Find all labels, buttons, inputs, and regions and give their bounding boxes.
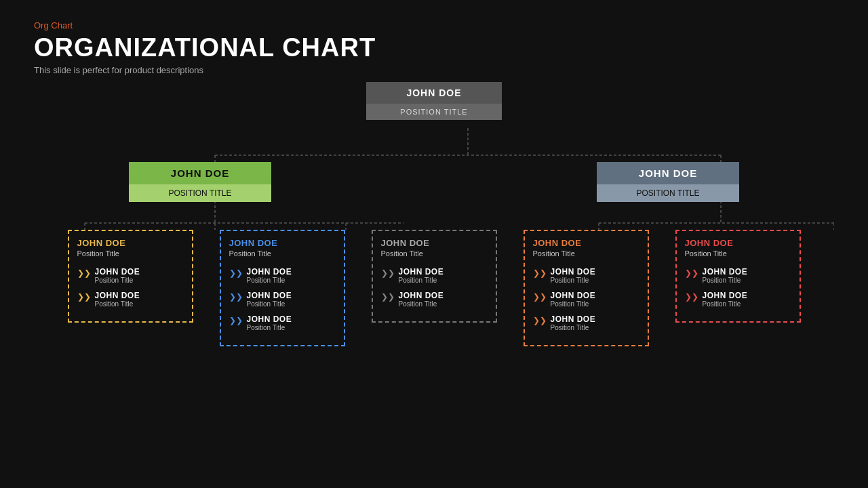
sub-name: JOHN DOE — [551, 267, 596, 277]
l3-group-5: JOHN DOE Position Title ❯❯ JOHN DOE Posi… — [675, 230, 801, 346]
arrow-icon: ❯❯ — [229, 316, 243, 325]
l3-card-4-title: Position Title — [533, 249, 639, 258]
sub-title: Position Title — [551, 324, 596, 331]
sub-title: Position Title — [399, 277, 444, 284]
l3-1-sub-2: ❯❯ JOHN DOE Position Title — [77, 291, 184, 308]
subtitle: Org Chart — [34, 20, 834, 30]
arrow-icon: ❯❯ — [381, 292, 395, 302]
sub-title: Position Title — [95, 300, 140, 308]
sub-name: JOHN DOE — [399, 267, 444, 277]
sub-name: JOHN DOE — [399, 291, 444, 300]
arrow-icon: ❯❯ — [77, 268, 91, 278]
l3-4-sub-2: ❯❯ JOHN DOE Position Title — [533, 291, 639, 308]
l3-5-sub-1: ❯❯ JOHN DOE Position Title — [685, 267, 791, 284]
root-node: JOHN DOE POSITION TITLE — [366, 82, 502, 120]
root-name: JOHN DOE — [366, 82, 502, 104]
l3-card-5-name: JOHN DOE — [685, 238, 791, 248]
l3-3-sub-2: ❯❯ JOHN DOE Position Title — [381, 291, 488, 308]
l3-card-3-title: Position Title — [381, 249, 488, 258]
header: Org Chart ORGANIZATIONAL CHART This slid… — [34, 20, 834, 75]
l3-4-sub-3: ❯❯ JOHN DOE Position Title — [533, 314, 639, 331]
sub-name: JOHN DOE — [247, 314, 292, 324]
sub-title: Position Title — [551, 300, 596, 308]
l3-3-sub-1: ❯❯ JOHN DOE Position Title — [381, 267, 488, 284]
slide: Org Chart ORGANIZATIONAL CHART This slid… — [0, 0, 868, 488]
l3-group-2: JOHN DOE Position Title ❯❯ JOHN DOE Posi… — [220, 230, 345, 346]
sub-title: Position Title — [247, 300, 292, 308]
l3-card-5-title: Position Title — [685, 249, 791, 258]
arrow-icon: ❯❯ — [229, 292, 243, 302]
sub-name: JOHN DOE — [551, 314, 596, 324]
sub-name: JOHN DOE — [95, 267, 140, 277]
l3-4-sub-1: ❯❯ JOHN DOE Position Title — [533, 267, 639, 284]
arrow-icon: ❯❯ — [381, 268, 395, 278]
level2-node-right: JOHN DOE POSITION TITLE — [597, 162, 739, 202]
l3-card-1: JOHN DOE Position Title ❯❯ JOHN DOE Posi… — [68, 230, 193, 323]
sub-name: JOHN DOE — [551, 291, 596, 300]
sub-title: Position Title — [703, 300, 748, 308]
l3-card-2: JOHN DOE Position Title ❯❯ JOHN DOE Posi… — [220, 230, 345, 346]
l3-card-1-title: Position Title — [77, 249, 184, 258]
arrow-icon: ❯❯ — [533, 316, 547, 325]
arrow-icon: ❯❯ — [533, 268, 547, 278]
l3-group-1: JOHN DOE Position Title ❯❯ JOHN DOE Posi… — [68, 230, 193, 346]
arrow-icon: ❯❯ — [77, 292, 91, 302]
l3-2-sub-2: ❯❯ JOHN DOE Position Title — [229, 291, 336, 308]
sub-title: Position Title — [399, 300, 444, 308]
sub-title: Position Title — [247, 277, 292, 284]
l3-card-4: JOHN DOE Position Title ❯❯ JOHN DOE Posi… — [524, 230, 649, 346]
sub-title: Position Title — [95, 277, 140, 284]
sub-title: Position Title — [551, 277, 596, 284]
sub-name: JOHN DOE — [95, 291, 140, 300]
l3-2-sub-3: ❯❯ JOHN DOE Position Title — [229, 314, 336, 331]
l3-card-3: JOHN DOE Position Title ❯❯ JOHN DOE Posi… — [372, 230, 497, 323]
l2-right-title: POSITION TITLE — [597, 184, 739, 202]
l3-group-4: JOHN DOE Position Title ❯❯ JOHN DOE Posi… — [524, 230, 649, 346]
arrow-icon: ❯❯ — [533, 292, 547, 302]
root-title: POSITION TITLE — [366, 104, 502, 120]
description: This slide is perfect for product descri… — [34, 65, 834, 75]
l3-1-sub-1: ❯❯ JOHN DOE Position Title — [77, 267, 184, 284]
org-chart: JOHN DOE POSITION TITLE JOHN DOE POSITIO… — [34, 82, 834, 441]
l2-left-title: POSITION TITLE — [129, 184, 271, 202]
l3-card-4-name: JOHN DOE — [533, 238, 639, 248]
l3-card-2-name: JOHN DOE — [229, 238, 336, 248]
sub-title: Position Title — [247, 324, 292, 331]
main-title: ORGANIZATIONAL CHART — [34, 33, 834, 62]
arrow-icon: ❯❯ — [685, 292, 698, 302]
l3-card-1-name: JOHN DOE — [77, 238, 184, 248]
l3-5-sub-2: ❯❯ JOHN DOE Position Title — [685, 291, 791, 308]
sub-name: JOHN DOE — [703, 267, 748, 277]
arrow-icon: ❯❯ — [229, 268, 243, 278]
l3-card-3-name: JOHN DOE — [381, 238, 488, 248]
arrow-icon: ❯❯ — [685, 268, 698, 278]
sub-name: JOHN DOE — [247, 267, 292, 277]
l2-left-name: JOHN DOE — [129, 162, 271, 184]
l2-right-name: JOHN DOE — [597, 162, 739, 184]
sub-name: JOHN DOE — [703, 291, 748, 300]
l3-card-2-title: Position Title — [229, 249, 336, 258]
l3-group-3: JOHN DOE Position Title ❯❯ JOHN DOE Posi… — [372, 230, 497, 346]
sub-name: JOHN DOE — [247, 291, 292, 300]
sub-title: Position Title — [703, 277, 748, 284]
l3-card-5: JOHN DOE Position Title ❯❯ JOHN DOE Posi… — [675, 230, 801, 323]
l3-2-sub-1: ❯❯ JOHN DOE Position Title — [229, 267, 336, 284]
level2-node-left: JOHN DOE POSITION TITLE — [129, 162, 271, 202]
